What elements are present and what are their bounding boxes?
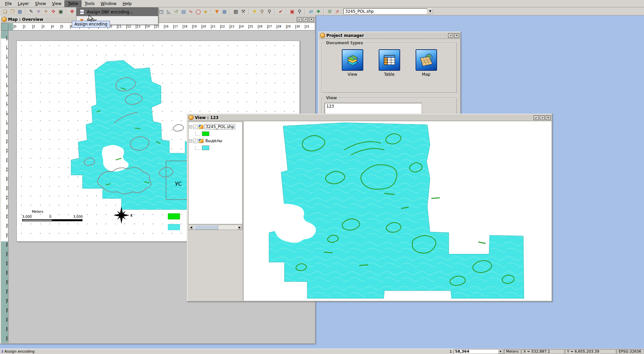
layer-row[interactable]: −✓Выделы bbox=[189, 137, 241, 144]
doc-type-view-button[interactable]: View bbox=[340, 49, 365, 77]
view-group-label: View bbox=[325, 96, 338, 100]
zoom-map-icon[interactable]: ⚲ bbox=[258, 8, 266, 15]
circle-select-icon[interactable]: ◯ bbox=[195, 8, 202, 15]
console-icon[interactable]: ▣ bbox=[57, 8, 64, 15]
menu-layer[interactable]: Layer bbox=[15, 1, 32, 7]
menu-tools[interactable]: Tools bbox=[82, 1, 98, 7]
close-icon[interactable]: ✕ bbox=[309, 17, 314, 22]
ruler-tick: 4 bbox=[51, 25, 54, 29]
scale-combobox[interactable]: 58,364 ▼ bbox=[454, 349, 503, 354]
restore-icon[interactable]: ↙ bbox=[534, 115, 539, 120]
y-coordinate: Y = 6,655,203.39 bbox=[565, 349, 616, 354]
layer-name[interactable]: 3245_POL.shp bbox=[205, 124, 235, 129]
svg-text:3,000: 3,000 bbox=[22, 215, 32, 219]
dbf-encoding-icon: 010 bbox=[80, 9, 84, 14]
symbology-tree-alt-icon[interactable]: ✳ bbox=[42, 8, 50, 15]
horizontal-ruler: 0123456789101112131415161718192021222324… bbox=[8, 23, 315, 31]
scroll-right-icon[interactable]: ▶ bbox=[237, 225, 242, 230]
tree-collapse-icon[interactable]: − bbox=[189, 125, 192, 128]
edit-icon[interactable]: ✎ bbox=[28, 8, 35, 15]
raster-selection-icon[interactable]: ▨ bbox=[232, 8, 239, 15]
units-indicator: Meters bbox=[504, 349, 521, 354]
legend-swatch[interactable] bbox=[202, 145, 209, 150]
ruler-tick: 0 bbox=[14, 25, 16, 29]
select-rectangle-icon[interactable]: ◳ bbox=[158, 8, 165, 15]
layer-combobox-value[interactable]: 3245_POL.shp bbox=[343, 8, 427, 14]
toolbar-separator bbox=[230, 8, 230, 14]
view-document-icon[interactable] bbox=[342, 49, 363, 71]
overview-zoom-icon[interactable]: ⚲ bbox=[296, 8, 303, 15]
doc-type-label: View bbox=[340, 72, 365, 77]
toolbar-separator bbox=[275, 8, 275, 14]
status-bar: i Assign encoding 1: 58,364 ▼ Meters X =… bbox=[0, 349, 644, 354]
refresh-view-icon[interactable]: ⇄ bbox=[307, 8, 315, 15]
map-window-icon[interactable]: ▣ bbox=[288, 8, 296, 15]
view-window-titlebar[interactable]: View : 123 ↙ ↗ ✕ bbox=[187, 114, 552, 121]
scrollbar-thumb[interactable] bbox=[194, 225, 218, 230]
select-polygon-icon[interactable]: ◺ bbox=[165, 8, 172, 15]
save-project-icon[interactable]: ▦ bbox=[16, 8, 23, 15]
trace-select-icon[interactable]: ∿ bbox=[187, 8, 195, 15]
add-layer-icon[interactable]: ✚ bbox=[315, 8, 322, 15]
maximize-icon[interactable]: ↗ bbox=[448, 33, 453, 38]
ruler-tick: 11 bbox=[117, 25, 121, 29]
project-manager-titlebar[interactable]: Project manager ↗ ✕ bbox=[319, 32, 460, 39]
layer-combobox[interactable]: 3245_POL.shp ▼ bbox=[343, 8, 433, 14]
tree-collapse-icon[interactable]: − bbox=[189, 139, 192, 142]
toolbar-separator bbox=[324, 8, 324, 14]
view-map-canvas[interactable] bbox=[244, 121, 551, 301]
vertical-ruler: 0123456789101112131415161718192021222324… bbox=[1, 31, 8, 343]
menu-window[interactable]: Window bbox=[98, 1, 119, 7]
attribute-table-icon[interactable]: ▤ bbox=[180, 8, 187, 15]
new-document-icon[interactable]: ❏ bbox=[1, 8, 9, 15]
menu-help[interactable]: Help bbox=[119, 1, 135, 7]
view-list-item[interactable]: 123 bbox=[326, 104, 420, 109]
scale-value[interactable]: 58,364 bbox=[454, 349, 498, 354]
scroll-left-icon[interactable]: ◀ bbox=[189, 225, 194, 230]
layers-panel-scrollbar[interactable]: ◀ ▶ bbox=[188, 225, 243, 230]
legend-swatch[interactable] bbox=[202, 131, 209, 136]
zoom-extent-icon[interactable]: ✥ bbox=[68, 8, 76, 15]
menu-table[interactable]: Table bbox=[64, 0, 82, 7]
menu-file[interactable]: File bbox=[2, 1, 15, 7]
open-project-icon[interactable]: ❒ bbox=[9, 8, 16, 15]
ruler-tick: 17 bbox=[173, 25, 178, 29]
refresh-icon[interactable]: ↺ bbox=[172, 8, 180, 15]
close-icon[interactable]: ✕ bbox=[454, 33, 459, 38]
map-document-icon[interactable] bbox=[416, 49, 437, 71]
snap-axes-icon[interactable]: ⇗ bbox=[333, 8, 341, 15]
restore-icon[interactable]: ↙ bbox=[297, 17, 302, 22]
doc-type-map-button[interactable]: Map bbox=[414, 49, 438, 77]
combobox-dropdown-icon[interactable]: ▼ bbox=[427, 8, 433, 14]
geoprocess-icon[interactable]: ❖ bbox=[251, 8, 258, 15]
settings-gear-icon[interactable]: ⚙ bbox=[326, 8, 333, 15]
toolbar-separator bbox=[249, 8, 249, 14]
table-document-icon[interactable] bbox=[379, 49, 400, 71]
table-tools-icon[interactable]: ▦ bbox=[221, 8, 228, 15]
symbology-tree-icon[interactable]: ✳ bbox=[35, 8, 42, 15]
maximize-icon[interactable]: ↗ bbox=[540, 115, 545, 120]
filter-icon[interactable]: ▼ bbox=[213, 8, 221, 15]
scrollbar-track[interactable] bbox=[194, 225, 237, 230]
maximize-icon[interactable]: ↗ bbox=[303, 17, 308, 22]
search-attributes-icon[interactable]: ⚲ bbox=[266, 8, 273, 15]
close-icon[interactable]: ✕ bbox=[546, 115, 551, 120]
doc-type-table-button[interactable]: Table bbox=[377, 49, 401, 77]
toolbox-icon[interactable]: ⚒ bbox=[239, 8, 247, 15]
combobox-dropdown-icon[interactable]: ▼ bbox=[498, 349, 503, 354]
buffer-icon[interactable]: ◈ bbox=[202, 8, 209, 15]
menu-show[interactable]: Show bbox=[32, 1, 49, 7]
ruler-tick: 22 bbox=[220, 25, 225, 29]
layer-row[interactable]: −✓3245_POL.shp bbox=[189, 123, 241, 130]
layer-name[interactable]: Выделы bbox=[205, 138, 223, 143]
edit-check-icon[interactable]: ✔ bbox=[277, 8, 284, 15]
document-types-label: Document types bbox=[325, 41, 364, 45]
svg-text:0: 0 bbox=[49, 215, 51, 219]
layer-checkbox[interactable]: ✓ bbox=[193, 139, 198, 143]
molecule-icon[interactable]: ✣ bbox=[50, 8, 57, 15]
menu-view[interactable]: View bbox=[49, 1, 64, 7]
gvsig-icon bbox=[2, 17, 7, 22]
svg-text:Meters: Meters bbox=[32, 210, 43, 214]
layers-tree[interactable]: −✓3245_POL.shp−✓Выделы bbox=[188, 122, 243, 224]
layer-checkbox[interactable]: ✓ bbox=[193, 125, 198, 129]
